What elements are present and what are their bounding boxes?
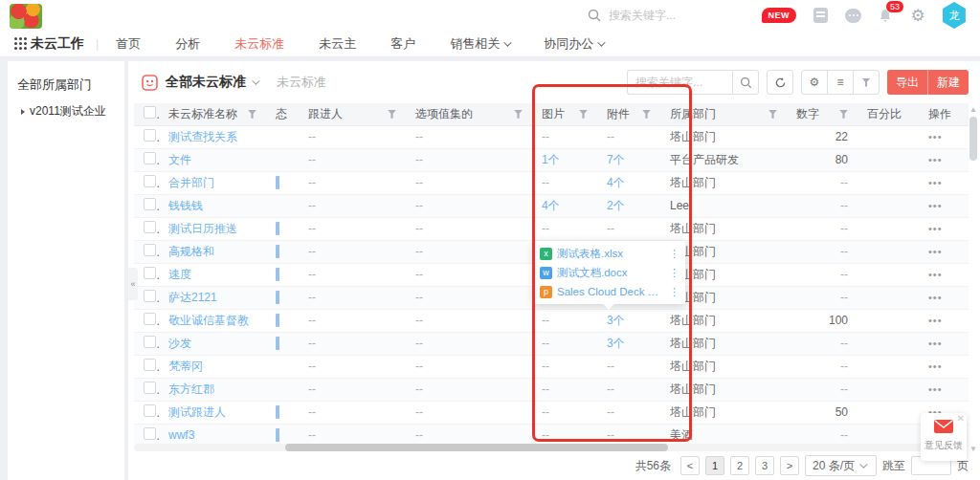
record-name-link[interactable]: 高规格和 (168, 245, 214, 258)
row-checkbox[interactable] (144, 290, 156, 302)
row-checkbox[interactable] (144, 198, 156, 210)
export-button[interactable]: 导出 (887, 70, 928, 95)
file-name-link[interactable]: Sales Cloud Deck 2.13 with s... (557, 286, 664, 297)
row-actions-icon[interactable]: ••• (928, 131, 943, 142)
tree-expand-icon[interactable] (21, 109, 25, 115)
record-name-link[interactable]: 敬业诚信基督教 (168, 314, 249, 327)
row-actions-icon[interactable]: ••• (928, 246, 943, 257)
row-checkbox[interactable] (144, 175, 156, 187)
file-more-icon[interactable]: ⋮ (669, 267, 679, 279)
row-actions-icon[interactable]: ••• (928, 338, 943, 349)
create-button[interactable]: 新建 (928, 70, 969, 95)
column-header-att[interactable]: 附件 (597, 103, 660, 125)
attachment-count-link[interactable]: 7个 (607, 153, 625, 166)
record-name-link[interactable]: 钱钱钱 (168, 199, 203, 212)
row-checkbox[interactable] (144, 313, 156, 325)
nav-item-未云标准[interactable]: 未云标准 (234, 35, 284, 53)
file-name-link[interactable]: 测试表格.xlsx (557, 247, 664, 261)
row-checkbox[interactable] (144, 221, 156, 233)
record-name-link[interactable]: wwf3 (168, 428, 194, 442)
workspace-title[interactable]: 未云工作 (31, 35, 84, 53)
column-header-option[interactable]: 选项值集的 (406, 103, 532, 125)
row-actions-icon[interactable]: ••• (928, 383, 943, 395)
row-checkbox[interactable] (144, 404, 156, 417)
sidebar-collapse-handle[interactable]: « (128, 268, 138, 300)
feedback-widget[interactable]: ✕ 意见反馈 (921, 413, 967, 461)
row-checkbox[interactable] (144, 359, 156, 371)
bell-icon[interactable]: 53 (877, 7, 894, 24)
record-name-link[interactable]: 速度 (168, 268, 191, 281)
avatar[interactable]: 龙 (942, 2, 967, 29)
attachment-count-link[interactable]: 1个 (542, 153, 560, 166)
prev-page-button[interactable]: < (680, 456, 700, 475)
row-checkbox[interactable] (144, 244, 156, 256)
vertical-scrollbar[interactable]: ▲ ▼ (969, 105, 978, 449)
record-name-link[interactable]: 测试跟进人 (168, 405, 226, 419)
row-checkbox[interactable] (144, 152, 156, 164)
sidebar-item-enterprise[interactable]: v2011测试企业 (17, 103, 115, 120)
nav-item-协同办公[interactable]: 协同办公 (544, 35, 603, 53)
select-all-checkbox[interactable] (144, 106, 156, 119)
column-header-pic[interactable]: 图片 (532, 103, 597, 125)
record-name-link[interactable]: 文件 (168, 153, 191, 166)
file-more-icon[interactable]: ⋮ (669, 248, 679, 260)
column-header-follow[interactable]: 跟进人 (299, 103, 406, 125)
record-name-link[interactable]: 梵蒂冈 (168, 360, 203, 373)
filter-button[interactable] (853, 70, 880, 95)
chevron-down-icon[interactable] (252, 76, 259, 84)
attachment-item[interactable]: w测试文档.docx⋮ (534, 263, 685, 282)
column-header-state[interactable]: 态 (266, 103, 299, 125)
row-checkbox[interactable] (144, 267, 156, 279)
record-name-link[interactable]: 东方红郡 (168, 382, 214, 396)
scroll-up-arrow[interactable]: ▲ (969, 105, 978, 114)
list-search-input[interactable] (627, 70, 732, 95)
attachment-count-link[interactable]: 4个 (607, 176, 625, 189)
nav-item-未云主[interactable]: 未云主 (319, 35, 356, 53)
file-name-link[interactable]: 测试文档.docx (557, 266, 664, 280)
filter-funnel-icon[interactable] (579, 110, 588, 119)
nav-item-分析[interactable]: 分析 (175, 35, 200, 53)
filter-funnel-icon[interactable] (388, 110, 396, 119)
global-search-input[interactable] (609, 9, 733, 22)
attachment-item[interactable]: x测试表格.xlsx⋮ (534, 244, 685, 263)
file-more-icon[interactable]: ⋮ (669, 286, 679, 298)
row-actions-icon[interactable]: ••• (928, 360, 943, 372)
horizontal-scrollbar-thumb[interactable] (285, 444, 668, 451)
page-button-3[interactable]: 3 (755, 456, 774, 475)
attachment-count-link[interactable]: 3个 (607, 314, 625, 327)
row-actions-icon[interactable]: ••• (928, 292, 943, 303)
row-actions-icon[interactable]: ••• (928, 177, 943, 188)
view-title[interactable]: 全部未云标准 (166, 74, 246, 91)
attachment-item[interactable]: pSales Cloud Deck 2.13 with s...⋮ (534, 282, 685, 301)
nav-item-首页[interactable]: 首页 (116, 35, 141, 53)
gear-icon[interactable]: ⚙ (909, 7, 926, 24)
record-name-link[interactable]: 测试日历推送 (168, 222, 237, 235)
column-header-num[interactable]: 数字 (787, 103, 858, 125)
row-actions-icon[interactable]: ••• (928, 154, 943, 165)
column-header-name[interactable]: 未云标准名称 (159, 103, 266, 125)
row-checkbox[interactable] (144, 336, 156, 348)
nav-item-客户[interactable]: 客户 (390, 35, 415, 53)
list-view-button[interactable]: ≡ (827, 70, 854, 95)
row-actions-icon[interactable]: ••• (928, 223, 943, 234)
filter-funnel-icon[interactable] (839, 110, 848, 119)
page-button-1[interactable]: 1 (705, 456, 724, 475)
column-header-dept[interactable]: 所属部门 (660, 103, 787, 125)
record-name-link[interactable]: 合并部门 (168, 176, 214, 189)
refresh-button[interactable] (767, 70, 793, 95)
search-button[interactable] (732, 70, 759, 95)
column-header-ops[interactable]: 操作 (919, 103, 969, 125)
row-checkbox[interactable] (144, 382, 156, 394)
page-size-select[interactable]: 20 条/页 (805, 455, 877, 476)
app-launcher-icon[interactable] (14, 37, 17, 40)
vertical-scrollbar-thumb[interactable] (969, 117, 977, 161)
attachment-count-link[interactable]: 3个 (607, 337, 625, 350)
row-checkbox[interactable] (144, 427, 156, 440)
next-page-button[interactable]: > (780, 456, 799, 475)
row-actions-icon[interactable]: ••• (928, 200, 943, 211)
filter-funnel-icon[interactable] (768, 110, 777, 119)
page-button-2[interactable]: 2 (730, 456, 749, 475)
horizontal-scrollbar[interactable] (134, 444, 967, 451)
new-badge[interactable]: NEW (762, 8, 797, 23)
nav-item-销售相关[interactable]: 销售相关 (450, 35, 509, 53)
